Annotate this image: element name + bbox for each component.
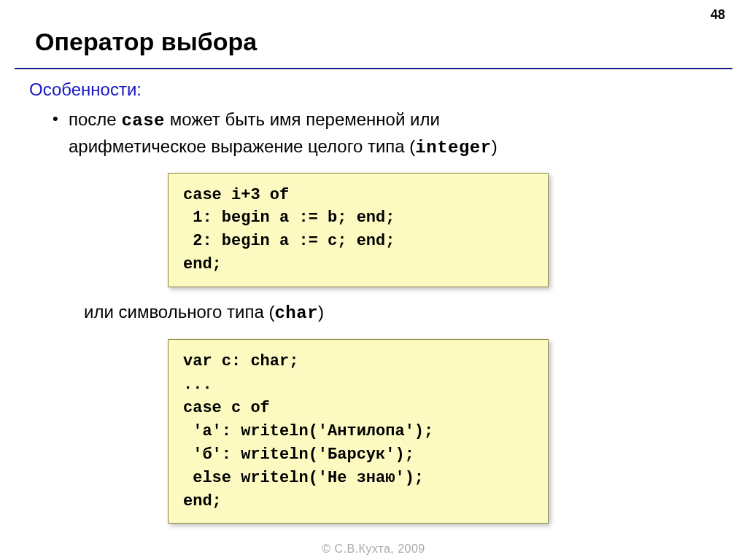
code-block-case-integer: case i+3 of 1: begin a := b; end; 2: beg… — [168, 173, 549, 288]
code-block-case-char: var c: char; ... case c of 'а': writeln(… — [168, 339, 549, 524]
bullet-line-1: после case может быть имя переменной или — [53, 107, 747, 134]
text-segment: после — [69, 109, 121, 129]
section-label: Особенности: — [0, 69, 747, 100]
bullet-line-2: арифметическое выражение целого типа (in… — [53, 134, 747, 161]
text-segment: ) — [318, 302, 324, 322]
keyword-case: case — [121, 111, 165, 131]
text-segment: арифметическое выражение целого типа ( — [69, 136, 415, 156]
footer-copyright: © С.В.Кухта, 2009 — [0, 542, 747, 556]
bullet-area: после case может быть имя переменной или… — [0, 100, 747, 161]
slide-title: Оператор выбора — [0, 0, 747, 56]
text-segment: ) — [492, 136, 498, 156]
keyword-integer: integer — [415, 138, 491, 158]
keyword-char: char — [274, 303, 318, 323]
between-text: или символьного типа (char) — [0, 287, 747, 323]
page-number: 48 — [711, 7, 725, 23]
text-segment: может быть имя переменной или — [165, 109, 440, 129]
text-segment: или символьного типа ( — [84, 302, 274, 322]
